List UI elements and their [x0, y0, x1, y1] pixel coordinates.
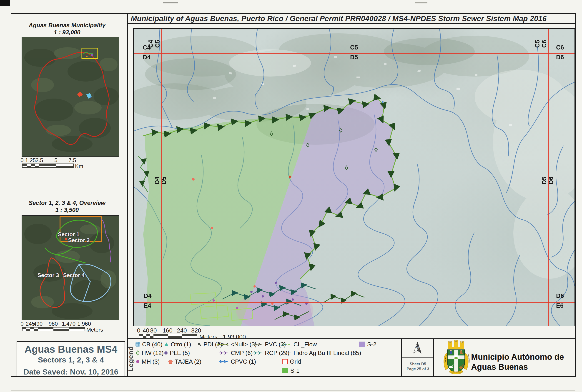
legend-item-grid: Grid: [282, 358, 301, 365]
scan-artifact: [415, 2, 427, 4]
grid-label-bottom-left: D4E4: [144, 292, 152, 310]
tick: 0: [21, 321, 24, 327]
page-number: Page 25 of 3: [402, 366, 434, 372]
legend-item-s2: S-2: [359, 341, 376, 348]
titleblock-date: Date Saved: Nov. 10, 2016: [17, 368, 125, 376]
frame-sidebar-divider: [127, 13, 128, 377]
legend-top-line: [127, 338, 576, 339]
inset1-scale: 1 : 93,000: [14, 29, 121, 36]
cb-icon: [136, 342, 140, 346]
inset2-title-block: Sector 1, 2, 3 & 4, Overview 1 : 3,500: [14, 200, 121, 214]
pentagon-icon: [168, 360, 173, 364]
map-title-block: Aguas Buenas MS4 Sectors 1, 2, 3 & 4 Dat…: [17, 341, 125, 376]
tick: 320: [191, 327, 201, 334]
legend-item-otro: Otro (1): [164, 341, 191, 348]
tick: 0: [21, 157, 24, 164]
scalebar-unit: Meters: [199, 334, 217, 340]
legend-item-mh: MH (3): [136, 358, 160, 365]
tick: 80: [150, 327, 157, 334]
map-title: Municipality of Aguas Buenas, Puerto Ric…: [131, 14, 574, 24]
legend-title: Legend: [127, 346, 135, 372]
scanned-map-page: Municipality of Aguas Buenas, Puerto Ric…: [0, 0, 582, 392]
svg-text:AGUAS BUENAS: AGUAS BUENAS: [451, 371, 461, 373]
sheet-info: Sheet D5 Page 25 of 3: [402, 362, 434, 372]
scalebar-unit: Meters: [86, 326, 103, 333]
northbox-divider: [401, 358, 434, 358]
sector3-label: Sector 3: [38, 272, 59, 278]
overview-map-sectors[interactable]: Sector 1 Sector 2 Sector 3 Sector 4: [22, 215, 119, 320]
circle-icon: [136, 360, 140, 364]
north-arrow-icon: N: [409, 341, 426, 356]
legend-item-s1: S-1: [282, 367, 300, 374]
scan-artifact: [163, 2, 178, 4]
scan-artifact: [11, 390, 575, 391]
legend-item-ple: PLE (5): [164, 349, 190, 356]
pipe-arrow-icon: [219, 351, 229, 355]
pdi-icon: [197, 342, 201, 346]
grid-label-top-right-vertical: C5C6: [534, 40, 548, 48]
inset1-title-block: Aguas Buenas Municipality 1 : 93,000: [14, 22, 121, 36]
tick: 160: [163, 327, 172, 334]
line-icon: [281, 351, 292, 355]
legend-item-tajea: TAJEA (2): [168, 358, 201, 365]
grid-label-mid-right: D5D6: [541, 177, 554, 185]
legend-item-cb: CB (40): [136, 341, 163, 348]
tick: 0: [137, 327, 140, 334]
legend-item-hidro: Hidro Ag Bu III Lineal (85): [281, 349, 361, 356]
sector2-label: Sector 2: [68, 237, 90, 243]
inset2-scale: 1 : 3,500: [14, 206, 121, 214]
legend-item-null: <Null> (3): [216, 341, 257, 348]
grid-label-top-right: C6D6: [556, 44, 564, 61]
pipe-arrow-icon: [253, 351, 263, 355]
inset2-title: Sector 1, 2, 3 & 4, Overview: [14, 200, 121, 206]
pipe-arrow-icon: [253, 342, 263, 346]
grid-label-top-left: C4D4: [143, 44, 151, 61]
flow-arrow-icon: [281, 342, 292, 346]
s1-swatch: [282, 368, 288, 374]
inset1-scalebar: 0 1.25 2.5 5 7.5 Km: [11, 157, 121, 171]
scalebar-unit: Km: [75, 163, 83, 170]
frame-right: [575, 13, 576, 377]
legend-item-cpvc: CPVC (1): [219, 358, 256, 365]
scalebar: [22, 164, 74, 168]
tick: 490: [34, 321, 43, 327]
tick: 2.5: [36, 157, 43, 164]
overview-map-municipality[interactable]: [22, 37, 119, 157]
s2-swatch: [359, 342, 365, 347]
main-map[interactable]: C4C5 C4D4 C5D5 C5C6 C6D6 D4D5 D5D6 D4E4 …: [133, 28, 575, 326]
grid-line-horizontal: [134, 302, 574, 303]
crown-icon: [448, 340, 464, 349]
scalebar: [22, 327, 85, 331]
grid-label-top-middle: C5D5: [350, 44, 358, 61]
tick: 240: [177, 327, 187, 334]
legend-item-cl-flow: CL_Flow: [281, 341, 317, 348]
svg-text:N: N: [415, 346, 419, 350]
grid-label-mid-left: D4D5: [154, 177, 167, 185]
main-scalebar: 0 40 80 160 240 320 Meters 1:93,000: [133, 327, 383, 338]
legend-item-hw: HW (12): [136, 349, 164, 356]
organization-name: Municipio Autónomo de Aguas Buenas: [471, 352, 564, 372]
tick: 5: [54, 157, 57, 164]
tick: 980: [49, 321, 58, 327]
tick: 7.5: [68, 157, 76, 164]
sheet-number: Sheet D5: [402, 362, 434, 366]
municipal-seal: MUNICIPIO DE PUERTO RICO: [442, 340, 470, 376]
circle-icon: [164, 351, 168, 355]
scalebar-ratio: 1:93,000: [223, 334, 246, 340]
inset2-scalebar: 0 245 490 980 1,470 1,960 Meters: [11, 321, 125, 334]
frame-top: [11, 13, 576, 14]
tick: 1,960: [77, 321, 91, 327]
pipe-arrow-icon: [219, 360, 229, 364]
sector4-label: Sector 4: [63, 272, 85, 278]
legend-item-pvc: PVC (3): [253, 341, 286, 348]
scan-artifact: [0, 0, 10, 6]
diamond-icon: [136, 350, 140, 356]
legend-item-cmp: CMP (6): [219, 349, 252, 356]
tick: 1.25: [25, 157, 36, 164]
titleblock-line2: Sectors 1, 2, 3 & 4: [17, 356, 125, 364]
triangle-icon: [164, 342, 169, 346]
grid-swatch: [282, 359, 288, 364]
pipe-arrow-icon: [216, 342, 229, 346]
tick: 1,470: [62, 321, 76, 327]
titleblock-line1: Aguas Buenas MS4: [17, 344, 125, 355]
